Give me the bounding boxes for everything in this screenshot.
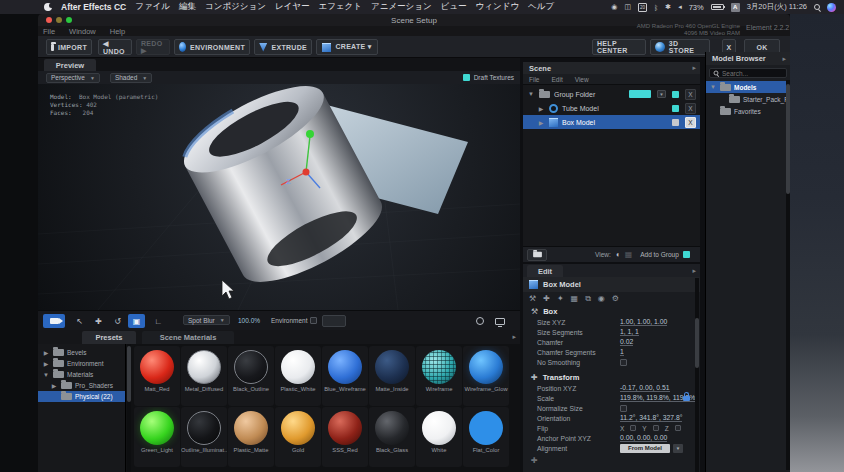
material-tile-outline-illuminat-[interactable]: Outline_Illuminat... (181, 407, 227, 467)
environment-swatch[interactable] (322, 315, 346, 327)
apple-menu-icon[interactable] (44, 3, 52, 11)
help-center-button[interactable]: HELP CENTER (592, 39, 646, 55)
presets-tree-item-bevels[interactable]: ▶Bevels (38, 347, 125, 358)
param-value[interactable]: 1, 1, 1 (620, 328, 639, 336)
menubar-menu-3[interactable]: レイヤー (275, 1, 310, 13)
expander-icon[interactable]: ▼ (527, 91, 535, 97)
redo-button[interactable]: REDO ▶ (136, 39, 170, 55)
presets-tree-item-environment[interactable]: ▶Environment (38, 358, 125, 369)
material-tile-wireframe[interactable]: Wireframe (416, 346, 462, 406)
environment-checkbox[interactable] (310, 317, 317, 324)
flip-checkbox[interactable] (630, 425, 636, 431)
transform-section-header[interactable]: ✚ Transform (523, 371, 700, 383)
material-tile-sss-red[interactable]: SSS_Red (322, 407, 368, 467)
scene-item-box-model[interactable]: ▶Box ModelX (523, 115, 700, 129)
material-tile-plastic-matte[interactable]: Plastic_Matte (228, 407, 274, 467)
expander-icon[interactable]: ▼ (42, 372, 50, 378)
material-tile-green-light[interactable]: Green_Light (134, 407, 180, 467)
material-tile-black-glass[interactable]: Black_Glass (369, 407, 415, 467)
search-input[interactable] (722, 70, 782, 77)
panel-expand-icon[interactable]: ▸ (782, 55, 786, 63)
param-value[interactable]: 0.00, 0.00, 0.00 (620, 434, 667, 442)
add-to-group-checkbox[interactable] (683, 251, 690, 258)
scene-menu-0[interactable]: File (529, 76, 539, 83)
presets-tree-scrollbar[interactable] (127, 344, 131, 472)
expander-icon[interactable]: ▶ (537, 105, 545, 112)
move-icon[interactable]: ✚ (543, 294, 550, 303)
expander-icon[interactable]: ▶ (42, 360, 50, 367)
import-button[interactable]: IMPORT (46, 39, 92, 55)
delete-item-button[interactable]: X (685, 117, 696, 128)
param-value[interactable]: 11.2°, 341.8°, 327.8° (620, 414, 682, 422)
duplicate-icon[interactable]: ⧉ (585, 294, 591, 304)
menubar-menu-1[interactable]: 編集 (179, 1, 196, 13)
scene-menu-1[interactable]: Edit (551, 76, 562, 83)
param-value[interactable]: 1 (620, 348, 624, 356)
tab-preview[interactable]: Preview (44, 59, 96, 71)
siri-icon[interactable] (827, 3, 836, 12)
environment-button[interactable]: ENVIRONMENT (174, 39, 250, 55)
view-sphere-icon[interactable]: ◐ (616, 250, 621, 259)
model-browser-scrollbar[interactable] (786, 80, 790, 470)
create-button[interactable]: CREATE ▾ (316, 39, 378, 55)
param-value[interactable]: -0.17, 0.00, 0.51 (620, 384, 670, 392)
input-method-badge[interactable]: A (731, 3, 740, 12)
camera-tool-button[interactable] (43, 314, 65, 328)
visibility-checkbox[interactable] (672, 105, 679, 112)
new-folder-button[interactable] (527, 249, 547, 261)
param-value[interactable]: 1.00, 1.00, 1.00 (620, 318, 667, 326)
spot-blur-dropdown[interactable]: Spot Blur▼ (183, 315, 230, 325)
extrude-button[interactable]: EXTRUDE (254, 39, 312, 55)
material-tile-white[interactable]: White (416, 407, 462, 467)
presets-tree-item-materials[interactable]: ▼Materials (38, 369, 125, 380)
panel-expand-icon[interactable]: ▸ (692, 64, 696, 72)
window-menu-1[interactable]: Window (69, 27, 96, 36)
material-tile-metal-diffused[interactable]: Metal_Diffused (181, 346, 227, 406)
store-button[interactable]: 3D STORE (650, 39, 710, 55)
texture-icon[interactable]: ▦ (571, 294, 579, 303)
view-plane-icon[interactable]: ▦ (625, 250, 633, 259)
delete-item-button[interactable]: X (685, 89, 696, 100)
rotate-tool-button[interactable]: ↺ (109, 314, 126, 328)
chevron-down-icon[interactable]: ▼ (657, 90, 666, 98)
material-tile-flat-color[interactable]: Flat_Color (463, 407, 509, 467)
alignment-button[interactable]: From Model (620, 444, 670, 453)
scene-item-tube-model[interactable]: ▶Tube ModelX (523, 101, 700, 115)
gizmo-origin-handle[interactable] (303, 169, 310, 176)
lock-icon[interactable] (683, 396, 690, 401)
select-tool-button[interactable]: ↖ (71, 314, 88, 328)
calendar-icon[interactable]: 20 (638, 3, 647, 12)
model-browser-item-favorites[interactable]: Favorites (706, 105, 790, 117)
tab-presets[interactable]: Presets (82, 331, 136, 344)
visibility-checkbox[interactable] (672, 119, 679, 126)
window-menu-0[interactable]: File (43, 27, 55, 36)
flip-checkbox[interactable] (675, 425, 681, 431)
scene-item-group-folder[interactable]: ▼Group Folder▼X (523, 87, 700, 101)
panel-expand-icon[interactable]: ▸ (692, 267, 696, 275)
model-browser-item-starter-pack-physical-4-[interactable]: Starter_Pack_Physical (4) (706, 93, 790, 105)
expander-icon[interactable]: ▼ (709, 84, 717, 90)
spotlight-search-icon[interactable] (814, 4, 820, 10)
material-tile-blue-wireframe[interactable]: Blue_Wireframe (322, 346, 368, 406)
tab-scene-materials[interactable]: Scene Materials (142, 331, 234, 344)
menubar-datetime[interactable]: 3月20日(火) 11:26 (747, 2, 807, 12)
region-tool-button[interactable]: ▣ (128, 314, 145, 328)
axis-tool-button[interactable]: ∟ (150, 314, 167, 328)
shading-mode-dropdown[interactable]: Shaded▼ (110, 73, 152, 83)
material-tile-matte-inside[interactable]: Matte_Inside (369, 346, 415, 406)
reset-view-button[interactable] (471, 314, 488, 328)
scene-menu-2[interactable]: View (575, 76, 589, 83)
material-tile-plastic-white[interactable]: Plastic_White (275, 346, 321, 406)
camera-mode-dropdown[interactable]: Perspective▼ (46, 73, 100, 83)
spot-blur-value[interactable]: 100.0% (238, 317, 260, 324)
expander-icon[interactable]: ▶ (537, 119, 545, 126)
menubar-menu-0[interactable]: ファイル (135, 1, 170, 13)
picker-icon[interactable]: ◉ (598, 294, 605, 303)
material-tile-gold[interactable]: Gold (275, 407, 321, 467)
param-checkbox[interactable] (620, 359, 627, 366)
menubar-menu-6[interactable]: ビュー (441, 1, 467, 13)
delete-item-button[interactable]: X (685, 103, 696, 114)
draft-textures-checkbox[interactable] (463, 74, 470, 81)
param-value[interactable]: 0.02 (620, 338, 633, 346)
app-name[interactable]: After Effects CC (61, 2, 126, 12)
